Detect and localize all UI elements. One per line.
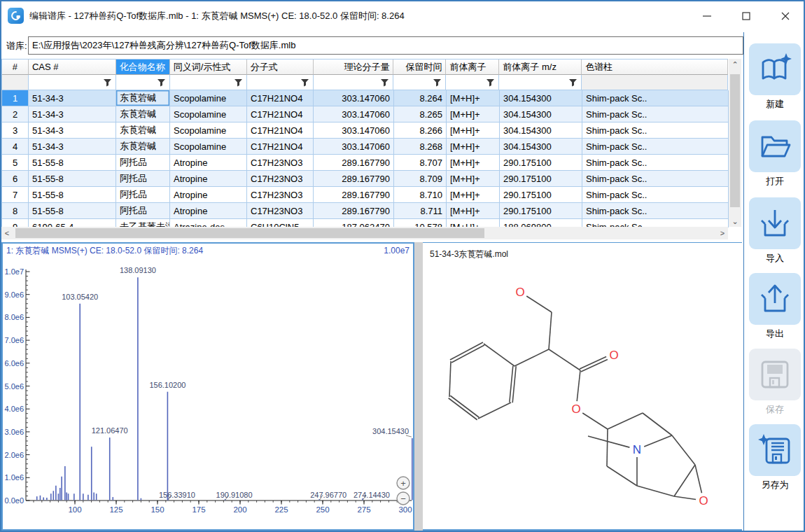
column-header[interactable]: 保留时间 — [393, 59, 446, 75]
filter-cell[interactable] — [170, 75, 247, 90]
x-tick-label: 250 — [316, 505, 329, 514]
table-cell: Atropine — [170, 203, 247, 219]
bond — [449, 361, 451, 397]
library-bar: 谱库: — [1, 32, 742, 59]
new-library-button[interactable]: 新建 — [748, 43, 802, 111]
table-cell: 289.167790 — [314, 203, 394, 219]
spectrum-panel: 1: 东莨菪碱 MSMS(+) CE: 18.0-52.0 保留时间: 8.26… — [1, 242, 414, 531]
bond — [674, 465, 695, 496]
title-bar[interactable]: 编辑谱库 - 127种兽药Q-Tof数据库.mlb - 1: 东莨菪碱 MSMS… — [1, 1, 804, 32]
bond — [643, 413, 672, 435]
filter-cell[interactable] — [499, 75, 582, 90]
table-cell: 阿托品 — [116, 155, 170, 171]
scroll-down-icon[interactable]: ⌄ — [729, 216, 741, 227]
bond — [549, 349, 580, 370]
table-cell: C17H23NO3 — [247, 203, 314, 219]
column-header[interactable]: 前体离子 m/z — [499, 59, 582, 75]
table-cell: 8.268 — [394, 139, 447, 155]
column-header[interactable]: 色谱柱 — [582, 59, 728, 75]
filter-icon[interactable] — [157, 78, 166, 87]
table-cell: Shim-pack Sc.. — [582, 139, 729, 155]
panel-splitter[interactable] — [414, 242, 423, 531]
save-as-button[interactable]: 另存为 — [748, 424, 802, 491]
table-cell: Scopolamine — [170, 106, 247, 122]
filter-cell[interactable] — [393, 75, 446, 90]
spectrum-scale-label: 1.00e7 — [384, 246, 410, 255]
filter-cell[interactable] — [29, 75, 116, 90]
filter-cell[interactable] — [2, 75, 29, 90]
filter-cell[interactable] — [247, 75, 314, 90]
table-cell: C17H23NO3 — [247, 187, 314, 203]
table-horizontal-scrollbar[interactable]: < > — [1, 227, 728, 239]
table-row[interactable]: 751-55-8阿托品AtropineC17H23NO3289.1677908.… — [2, 187, 729, 203]
filter-icon[interactable] — [568, 78, 578, 87]
table-cell: 东莨菪碱 — [116, 122, 170, 139]
atom-label-N: N — [633, 443, 641, 456]
table-cell: 303.147060 — [314, 122, 394, 139]
column-header[interactable]: 理论分子量 — [314, 59, 394, 75]
open-library-button[interactable]: 打开 — [748, 120, 802, 188]
zoom-out-button-glyph[interactable]: − — [400, 493, 406, 504]
peak-label: 138.09130 — [120, 266, 156, 274]
filter-icon[interactable] — [300, 78, 309, 87]
atom-label-O: O — [699, 494, 708, 507]
molecule-structure: OOONO — [423, 243, 741, 529]
minimize-button[interactable] — [693, 6, 721, 27]
window-title: 编辑谱库 - 127种兽药Q-Tof数据库.mlb - 1: 东莨菪碱 MSMS… — [29, 10, 405, 22]
import-button[interactable]: 导入 — [748, 197, 802, 265]
column-header[interactable]: CAS # — [29, 59, 116, 75]
bond — [449, 398, 477, 420]
hscroll-thumb[interactable] — [15, 228, 484, 238]
table-row[interactable]: 251-34-3东莨菪碱ScopolamineC17H21NO4303.1470… — [2, 106, 729, 122]
table-cell: 8.707 — [394, 155, 447, 171]
table-cell: [M+H]+ — [447, 187, 500, 203]
table-row[interactable]: 651-55-8阿托品AtropineC17H23NO3289.1677908.… — [2, 171, 729, 187]
table-row[interactable]: 851-55-8阿托品AtropineC17H23NO3289.1677908.… — [2, 203, 729, 219]
y-tick-label: 2.0e6 — [4, 451, 24, 459]
filter-icon[interactable] — [486, 78, 495, 87]
scroll-right-icon[interactable]: > — [717, 227, 728, 239]
atom-label-O: O — [571, 402, 580, 416]
library-path-input[interactable] — [28, 36, 743, 55]
peak-label: 304.15430 — [372, 427, 409, 435]
table-cell: Shim-pack Sc.. — [582, 155, 729, 171]
x-tick-label: 200 — [233, 505, 246, 514]
column-header[interactable]: 前体离子 — [446, 59, 499, 75]
close-button[interactable] — [771, 6, 799, 27]
table-cell: Atropine — [170, 187, 247, 203]
export-button[interactable]: 导出 — [748, 273, 802, 340]
y-tick-label: 1.0e7 — [4, 267, 24, 276]
save-icon — [758, 358, 792, 391]
vscroll-thumb[interactable] — [730, 74, 740, 207]
table-row[interactable]: 551-55-8阿托品AtropineC17H23NO3289.1677908.… — [2, 155, 729, 171]
zoom-in-button-glyph[interactable]: + — [400, 478, 406, 489]
filter-icon[interactable] — [234, 78, 243, 87]
table-row[interactable]: 351-34-3东莨菪碱ScopolamineC17H21NO4303.1470… — [2, 122, 729, 139]
table-cell: Atropine — [170, 171, 247, 187]
export-label: 导出 — [748, 328, 802, 340]
table-cell: [M+H]+ — [447, 171, 500, 187]
column-header[interactable]: # — [2, 59, 29, 75]
bond — [588, 436, 629, 447]
filter-cell[interactable] — [314, 75, 394, 90]
scroll-up-icon[interactable]: ⌃ — [729, 59, 741, 70]
filter-icon[interactable] — [103, 78, 112, 87]
table-vertical-scrollbar[interactable]: ⌃ ⌄ — [729, 59, 741, 227]
column-header[interactable]: 化合物名称 — [116, 59, 170, 75]
table-cell: 阿托品 — [116, 203, 170, 219]
filter-cell[interactable] — [582, 75, 728, 90]
filter-cell[interactable] — [446, 75, 499, 90]
filter-cell[interactable] — [116, 75, 170, 90]
table-row[interactable]: 151-34-3东莨菪碱ScopolamineC17H21NO4303.1470… — [2, 90, 729, 106]
filter-icon[interactable] — [433, 78, 442, 87]
table-cell: 51-55-8 — [29, 187, 116, 203]
column-header[interactable]: 同义词/示性式 — [170, 59, 247, 75]
bond — [451, 345, 484, 363]
column-header[interactable]: 分子式 — [247, 59, 314, 75]
table-row[interactable]: 451-34-3东莨菪碱ScopolamineC17H21NO4303.1470… — [2, 139, 729, 155]
table-cell: Shim-pack Sc.. — [582, 90, 729, 106]
filter-icon[interactable] — [380, 78, 389, 87]
maximize-button[interactable] — [732, 6, 760, 27]
bond — [607, 429, 608, 466]
scroll-left-icon[interactable]: < — [1, 227, 13, 239]
